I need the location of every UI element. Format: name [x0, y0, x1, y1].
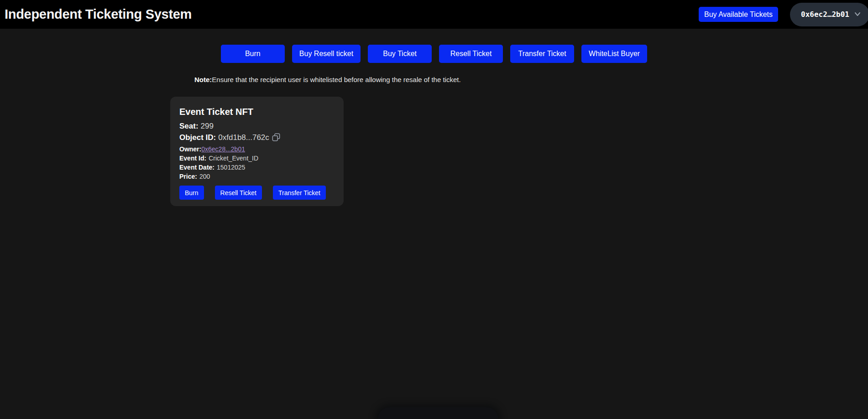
- wallet-address-dropdown[interactable]: 0x6ec2…2b01: [790, 3, 868, 26]
- app-header: Independent Ticketing System Buy Availab…: [0, 0, 868, 29]
- seat-row: Seat:299: [179, 120, 335, 132]
- event-id-label: Event Id:: [179, 155, 206, 162]
- price-label: Price:: [179, 173, 197, 180]
- nav-burn-button[interactable]: Burn: [221, 45, 285, 63]
- bottom-toast-shadow: [378, 407, 498, 419]
- object-id-label: Object ID:: [179, 133, 216, 142]
- event-date-label: Event Date:: [179, 164, 214, 171]
- card-title: Event Ticket NFT: [179, 106, 335, 118]
- note-text: Ensure that the recipient user is whitel…: [212, 76, 460, 83]
- app-title: Independent Ticketing System: [5, 7, 192, 22]
- resale-note: Note:Ensure that the recipient user is w…: [194, 75, 461, 85]
- ticket-card: Event Ticket NFT Seat:299 Object ID:0xfd…: [170, 97, 344, 206]
- card-actions: Burn Resell Ticket Transfer Ticket: [179, 186, 335, 200]
- buy-available-tickets-button[interactable]: Buy Available Tickets: [699, 7, 778, 22]
- object-id-row: Object ID:0xfd1b8...762c: [179, 132, 335, 145]
- wallet-address-text: 0x6ec2…2b01: [801, 10, 849, 19]
- chevron-down-icon: [854, 10, 861, 19]
- seat-label: Seat:: [179, 122, 199, 130]
- note-label: Note:: [194, 76, 212, 83]
- nav-resell-ticket-button[interactable]: Resell Ticket: [439, 45, 503, 63]
- card-transfer-ticket-button[interactable]: Transfer Ticket: [273, 186, 326, 200]
- nav-buy-resell-ticket-button[interactable]: Buy Resell ticket: [292, 45, 361, 63]
- event-date-value: 15012025: [217, 164, 245, 171]
- object-id-value: 0xfd1b8...762c: [218, 133, 269, 142]
- copy-icon[interactable]: [272, 134, 280, 143]
- event-id-row: Event Id:Cricket_Event_ID: [179, 154, 335, 163]
- owner-label: Owner:: [179, 145, 201, 153]
- card-burn-button[interactable]: Burn: [179, 186, 204, 200]
- card-resell-ticket-button[interactable]: Resell Ticket: [215, 186, 262, 200]
- nav-buy-ticket-button[interactable]: Buy Ticket: [368, 45, 432, 63]
- price-value: 200: [199, 173, 210, 180]
- owner-address-link[interactable]: 0x6ec28...2b01: [201, 145, 245, 153]
- event-id-value: Cricket_Event_ID: [209, 155, 258, 162]
- nav-whitelist-buyer-button[interactable]: WhiteList Buyer: [581, 45, 647, 63]
- event-date-row: Event Date:15012025: [179, 163, 335, 172]
- nav-transfer-ticket-button[interactable]: Transfer Ticket: [510, 45, 574, 63]
- action-button-row: Burn Buy Resell ticket Buy Ticket Resell…: [0, 45, 868, 63]
- seat-value: 299: [201, 122, 214, 130]
- header-actions: Buy Available Tickets 0x6ec2…2b01: [699, 3, 868, 26]
- price-row: Price:200: [179, 172, 335, 181]
- owner-row: Owner:0x6ec28...2b01: [179, 145, 335, 154]
